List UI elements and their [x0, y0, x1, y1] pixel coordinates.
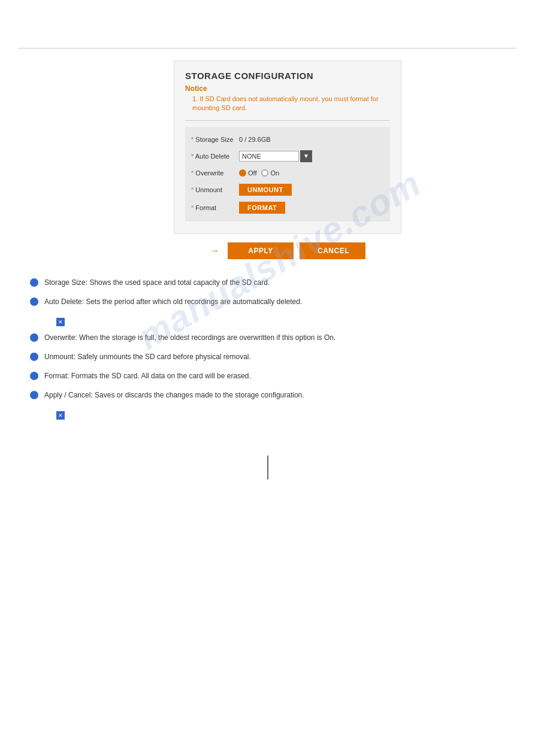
bullet-dot-1 — [30, 278, 38, 287]
bullet-section: Storage Size: Shows the used space and t… — [18, 277, 437, 426]
overwrite-off-radio — [239, 169, 246, 177]
bullet-item-4: Unmount: Safely unmounts the SD card bef… — [30, 351, 437, 362]
bullet-text-6: Apply / Cancel: Saves or discards the ch… — [44, 390, 304, 400]
overwrite-off-option[interactable]: Off — [239, 169, 256, 177]
bullet-dot-6 — [30, 391, 38, 399]
bullet-item-5: Format: Formats the SD card. All data on… — [30, 371, 437, 381]
auto-delete-row: Auto Delete NONE 1 DAY 7 DAYS 30 DAYS ▼ — [191, 147, 384, 165]
overwrite-on-radio — [261, 169, 268, 177]
bullet-text-3: Overwrite: When the storage is full, the… — [44, 332, 335, 343]
panel-title: STORAGE CONFIGURATION — [185, 71, 390, 81]
storage-size-row: Storage Size 0 / 29.6GB — [191, 132, 384, 147]
format-row: Format FORMAT — [191, 199, 384, 217]
auto-delete-label: Auto Delete — [191, 153, 239, 160]
unmount-row: Unmount UNMOUNT — [191, 181, 384, 199]
bullet-item-3: Overwrite: When the storage is full, the… — [30, 332, 437, 343]
bullet-item-6: Apply / Cancel: Saves or discards the ch… — [30, 390, 437, 400]
bullet-dot-4 — [30, 353, 38, 361]
apply-arrow-icon: → — [210, 245, 219, 256]
unmount-label: Unmount — [191, 186, 239, 193]
bullet-item-2: Auto Delete: Sets the period after which… — [30, 296, 437, 307]
sub-icon-6: ✕ — [56, 411, 65, 420]
notice-text: 1. If SD Card does not automatically mou… — [185, 95, 390, 113]
storage-config-panel: STORAGE CONFIGURATION Notice 1. If SD Ca… — [174, 60, 401, 234]
bullet-text-2: Auto Delete: Sets the period after which… — [44, 296, 302, 307]
auto-delete-dropdown-wrapper: NONE 1 DAY 7 DAYS 30 DAYS ▼ — [239, 150, 312, 162]
bullet-text-1: Storage Size: Shows the used space and t… — [44, 277, 270, 288]
apply-button[interactable]: APPLY — [228, 242, 294, 259]
bullet-text-5: Format: Formats the SD card. All data on… — [44, 371, 251, 381]
storage-size-label: Storage Size — [191, 136, 239, 143]
bullet-dot-5 — [30, 372, 38, 380]
format-label: Format — [191, 204, 239, 211]
config-rows: Storage Size 0 / 29.6GB Auto Delete NONE… — [185, 127, 390, 221]
overwrite-row: Overwrite Off On — [191, 165, 384, 181]
notice-label: Notice — [185, 84, 390, 93]
overwrite-on-option[interactable]: On — [261, 169, 279, 177]
overwrite-radio-group: Off On — [239, 169, 279, 177]
panel-divider — [185, 120, 390, 121]
bullet-text-4: Unmount: Safely unmounts the SD card bef… — [44, 351, 251, 362]
overwrite-label: Overwrite — [191, 169, 239, 177]
sub-icon-2: ✕ — [56, 318, 65, 326]
auto-delete-select[interactable]: NONE 1 DAY 7 DAYS 30 DAYS — [239, 151, 299, 162]
format-button[interactable]: FORMAT — [239, 202, 285, 214]
bullet-item-1: Storage Size: Shows the used space and t… — [30, 277, 437, 288]
overwrite-off-label: Off — [248, 169, 256, 177]
top-divider — [18, 48, 517, 48]
bullet-dot-3 — [30, 333, 38, 342]
bottom-divider — [267, 456, 268, 479]
notice-section: Notice 1. If SD Card does not automatica… — [185, 84, 390, 113]
overwrite-on-label: On — [270, 169, 279, 177]
bullet-dot-2 — [30, 297, 38, 306]
unmount-button[interactable]: UNMOUNT — [239, 184, 292, 196]
action-row: → APPLY CANCEL — [174, 242, 401, 259]
storage-size-value: 0 / 29.6GB — [239, 136, 271, 143]
dropdown-arrow-icon: ▼ — [300, 150, 312, 162]
cancel-button[interactable]: CANCEL — [300, 242, 365, 259]
